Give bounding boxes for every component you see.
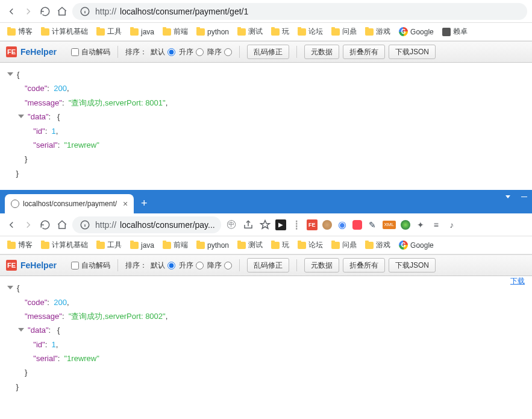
forward-icon[interactable] [22, 218, 35, 232]
info-icon[interactable] [78, 5, 92, 18]
xml-ext-icon[interactable]: XML [383, 221, 396, 229]
download-json-button[interactable]: 下载JSON [389, 258, 436, 273]
auto-decode-checkbox[interactable]: 自动解码 [71, 260, 110, 271]
bookmark-folder[interactable]: 问鼎 [331, 27, 357, 37]
json-value: "1rewrew" [64, 354, 99, 363]
ext-icon[interactable]: ▶ [275, 219, 286, 230]
back-icon[interactable] [5, 5, 18, 18]
download-json-button[interactable]: 下载JSON [389, 45, 436, 59]
bookmark-folder[interactable]: 计算机基础 [41, 240, 88, 250]
back-icon[interactable] [5, 218, 18, 232]
auto-decode-checkbox[interactable]: 自动解码 [71, 47, 110, 57]
bookmark-folder[interactable]: 工具 [96, 27, 122, 37]
media-icon[interactable]: ♪ [446, 219, 457, 230]
folder-icon [130, 28, 139, 36]
json-key: "id" [33, 340, 45, 349]
download-link[interactable]: 下载 [510, 276, 525, 286]
sort-desc-radio[interactable]: 降序 [207, 47, 232, 57]
collapse-icon[interactable] [18, 328, 24, 332]
fehelper-toolbar-2: FE FeHelper 自动解码 排序： 默认 升序 降序 乱码修正 元数据 折… [0, 254, 532, 276]
sort-desc-radio[interactable]: 降序 [207, 260, 232, 271]
browser-tab[interactable]: localhost/consumer/payment/ × [5, 194, 134, 213]
bookmark-user[interactable]: 赖卓 [442, 27, 468, 37]
bookmark-label: python [207, 241, 229, 250]
folder-icon [365, 242, 374, 249]
address-bar[interactable]: http://localhost/consumer/payment/get/1 [72, 3, 527, 20]
bookmark-folder[interactable]: 玩 [271, 27, 289, 37]
json-key: "code" [25, 298, 47, 307]
radio-label: 默认 [151, 47, 165, 57]
json-value: 1 [52, 127, 56, 136]
bookmark-google[interactable]: Google [399, 241, 434, 250]
extensions-icon[interactable]: ✦ [415, 219, 426, 230]
fehelper-ext-icon[interactable]: FE [307, 219, 318, 230]
ext-icon[interactable] [401, 220, 410, 230]
collapse-icon[interactable] [7, 286, 13, 289]
star-icon[interactable] [258, 218, 272, 232]
folder-icon [298, 242, 306, 249]
json-value: 1 [52, 340, 56, 349]
fix-encoding-button[interactable]: 乱码修正 [247, 45, 289, 59]
checkbox-label: 自动解码 [81, 260, 110, 271]
bookmark-folder[interactable]: 论坛 [298, 27, 323, 37]
bookmark-google[interactable]: Google [399, 27, 434, 36]
sort-asc-radio[interactable]: 升序 [179, 260, 204, 271]
forward-icon[interactable] [22, 5, 35, 18]
sort-asc-radio[interactable]: 升序 [179, 47, 204, 57]
collapse-icon[interactable] [18, 115, 24, 118]
ext-icon[interactable] [352, 220, 362, 230]
bookmark-folder[interactable]: python [196, 241, 229, 250]
bookmark-folder[interactable]: 论坛 [298, 240, 323, 250]
minimize-icon[interactable] [521, 197, 527, 197]
fix-encoding-button[interactable]: 乱码修正 [247, 258, 289, 273]
bookmark-folder[interactable]: 测试 [237, 240, 263, 250]
extensions-row: ▶ ┋ FE ◉ ✎ XML ✦ ≡ ♪ [275, 219, 457, 230]
bookmark-label: 计算机基础 [52, 27, 88, 37]
new-tab-button[interactable]: + [136, 195, 152, 211]
metadata-button[interactable]: 元数据 [304, 45, 339, 59]
url-scheme: http:// [95, 7, 116, 16]
info-icon[interactable] [78, 218, 92, 232]
folder-icon [331, 28, 340, 36]
home-icon[interactable] [55, 218, 69, 232]
folder-icon [163, 242, 171, 249]
ext-icon[interactable]: ✎ [367, 219, 378, 230]
reload-icon[interactable] [39, 5, 52, 18]
close-icon[interactable]: × [123, 199, 128, 209]
bookmark-folder[interactable]: 玩 [271, 240, 289, 250]
bookmark-folder[interactable]: java [130, 28, 154, 36]
reload-icon[interactable] [39, 218, 52, 232]
menu-icon[interactable]: ≡ [431, 219, 442, 230]
sort-default-radio[interactable]: 默认 [151, 260, 175, 271]
bookmark-folder[interactable]: 工具 [96, 240, 122, 250]
folder-icon [298, 28, 306, 36]
address-bar-2[interactable]: http://localhost/consumer/pay... [72, 216, 221, 233]
bookmark-folder[interactable]: 前端 [163, 27, 188, 37]
cookie-icon[interactable] [322, 220, 332, 230]
json-key: "message" [25, 312, 62, 321]
bookmark-folder[interactable]: python [196, 28, 229, 36]
bookmark-folder[interactable]: 问鼎 [331, 240, 357, 250]
bookmark-folder[interactable]: 博客 [7, 27, 33, 37]
bookmark-folder[interactable]: java [130, 241, 154, 250]
translate-icon[interactable]: ㊥ [225, 218, 238, 232]
sort-default-radio[interactable]: 默认 [151, 47, 175, 57]
fold-all-button[interactable]: 折叠所有 [343, 258, 385, 273]
bookmark-bar: 博客 计算机基础 工具 java 前端 python 测试 玩 论坛 问鼎 游戏… [0, 23, 532, 41]
bookmark-folder[interactable]: 游戏 [365, 27, 390, 37]
separator [117, 46, 118, 58]
chevron-down-icon[interactable] [505, 195, 510, 198]
fold-all-button[interactable]: 折叠所有 [343, 45, 385, 59]
collapse-icon[interactable] [7, 72, 13, 76]
bookmark-folder[interactable]: 测试 [237, 27, 263, 37]
home-icon[interactable] [55, 5, 69, 18]
share-icon[interactable] [242, 218, 255, 232]
bookmark-folder[interactable]: 游戏 [365, 240, 390, 250]
ext-icon[interactable]: ◉ [337, 219, 348, 230]
metadata-button[interactable]: 元数据 [304, 258, 339, 273]
ext-icon[interactable]: ┋ [291, 219, 302, 230]
bookmark-folder[interactable]: 计算机基础 [41, 27, 88, 37]
bookmark-folder[interactable]: 前端 [163, 240, 188, 250]
separator [296, 259, 297, 271]
bookmark-folder[interactable]: 博客 [7, 240, 33, 250]
